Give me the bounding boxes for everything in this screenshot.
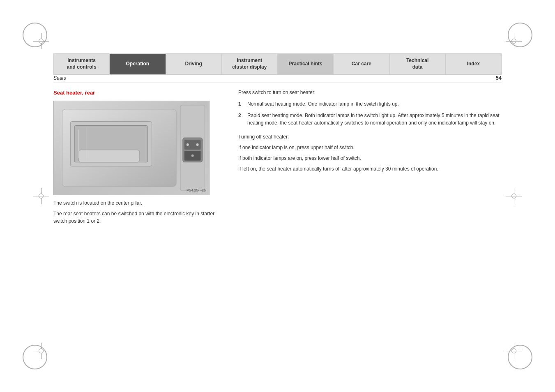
nav-item-operation[interactable]: Operation <box>110 54 166 74</box>
crosshair-bl <box>33 343 49 359</box>
page-header: Seats 54 <box>53 75 502 83</box>
navigation-bar: Instrumentsand controlsOperationDrivingI… <box>53 53 502 75</box>
crosshair-br <box>506 343 522 359</box>
page-content: Seats 54 Seat heater, rear <box>53 75 502 339</box>
list-num-2: 2 <box>238 112 244 127</box>
nav-item-driving[interactable]: Driving <box>166 54 222 74</box>
page-number: 54 <box>496 75 502 81</box>
turning-off-line3: If left on, the seat heater automaticall… <box>238 165 502 173</box>
svg-point-12 <box>196 143 199 146</box>
nav-item-car-care[interactable]: Car care <box>334 54 389 74</box>
list-text-2: Rapid seat heating mode. Both indicator … <box>247 112 502 127</box>
turning-off-line2: If both indicator lamps are on, press lo… <box>238 154 502 162</box>
section-label: Seats <box>53 75 66 81</box>
left-column: Seat heater, rear <box>53 90 226 225</box>
list-text-1: Normal seat heating mode. One indicator … <box>247 100 399 108</box>
crosshair-tr <box>506 33 522 49</box>
svg-point-13 <box>191 154 194 157</box>
list-num-1: 1 <box>238 100 244 108</box>
svg-point-11 <box>187 143 189 146</box>
crosshair-ml <box>33 188 49 204</box>
right-column: Press switch to turn on seat heater: 1 N… <box>238 90 502 225</box>
two-column-layout: Seat heater, rear <box>53 90 502 225</box>
nav-item-index[interactable]: Index <box>446 54 501 74</box>
section-heading: Seat heater, rear <box>53 90 226 96</box>
crosshair-tl <box>33 33 49 49</box>
nav-item-instruments-controls[interactable]: Instrumentsand controls <box>54 54 110 74</box>
seat-heater-image: P54.25- -26 <box>53 101 210 195</box>
image-caption: P54.25- -26 <box>187 188 206 192</box>
nav-item-technical-data[interactable]: Technicaldata <box>390 54 446 74</box>
nav-item-instrument-cluster-display[interactable]: Instrumentcluster display <box>222 54 278 74</box>
press-switch-label: Press switch to turn on seat heater: <box>238 90 502 95</box>
numbered-list: 1 Normal seat heating mode. One indicato… <box>238 100 502 127</box>
nav-item-practical-hints[interactable]: Practical hints <box>278 54 334 74</box>
turning-off-label: Turning off seat heater: <box>238 133 502 141</box>
crosshair-mr <box>506 188 522 204</box>
list-item-1: 1 Normal seat heating mode. One indicato… <box>238 100 502 108</box>
caption-line1: The switch is located on the center pill… <box>53 199 226 207</box>
caption-line2: The rear seat heaters can be switched on… <box>53 210 226 225</box>
turning-off-line1: If one indicator lamp is on, press upper… <box>238 144 502 151</box>
svg-rect-4 <box>78 150 140 162</box>
list-item-2: 2 Rapid seat heating mode. Both indicato… <box>238 112 502 127</box>
